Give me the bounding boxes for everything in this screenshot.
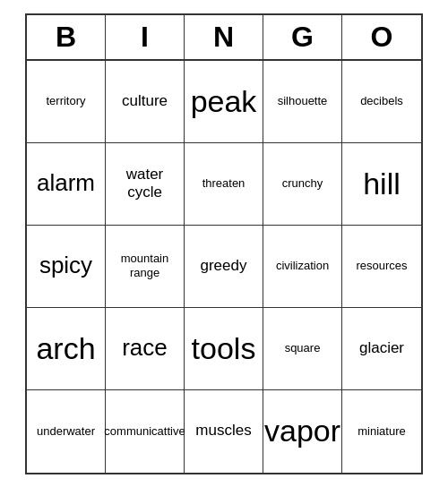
header-letter-N: N <box>185 15 263 59</box>
bingo-cell: crunchy <box>263 143 342 226</box>
cell-text: miniature <box>358 424 405 439</box>
bingo-card: BINGO territoryculturepeaksilhouettedeci… <box>25 13 423 474</box>
bingo-cell: communicattive <box>106 390 185 473</box>
cell-text: territory <box>46 94 85 108</box>
cell-text: vapor <box>264 413 340 449</box>
bingo-cell: culture <box>106 61 185 143</box>
bingo-cell: underwater <box>27 390 106 473</box>
cell-text: muscles <box>195 422 251 440</box>
cell-text: peak <box>191 83 257 120</box>
cell-text: decibels <box>360 94 403 108</box>
bingo-cell: mountain range <box>106 226 185 308</box>
header-letter-I: I <box>106 15 185 59</box>
cell-text: water cycle <box>109 166 180 202</box>
bingo-cell: civilization <box>263 226 342 308</box>
bingo-cell: greedy <box>185 226 263 308</box>
cell-text: race <box>122 334 168 362</box>
cell-text: crunchy <box>282 176 323 191</box>
cell-text: civilization <box>276 259 329 273</box>
bingo-grid: territoryculturepeaksilhouettedecibelsal… <box>27 61 421 473</box>
cell-text: mountain range <box>109 252 180 279</box>
bingo-cell: peak <box>185 61 263 143</box>
cell-text: resources <box>356 259 407 273</box>
cell-text: greedy <box>201 257 247 275</box>
bingo-cell: miniature <box>342 390 421 473</box>
bingo-cell: silhouette <box>263 61 342 143</box>
header-letter-O: O <box>342 15 421 59</box>
bingo-header: BINGO <box>27 15 421 61</box>
cell-text: arch <box>36 330 95 367</box>
cell-text: communicattive <box>104 424 185 439</box>
bingo-cell: resources <box>342 226 421 308</box>
bingo-cell: threaten <box>185 143 263 226</box>
bingo-cell: water cycle <box>106 143 185 226</box>
cell-text: alarm <box>37 169 95 197</box>
bingo-cell: race <box>106 308 185 390</box>
bingo-cell: glacier <box>342 308 421 390</box>
bingo-cell: spicy <box>27 226 106 308</box>
cell-text: silhouette <box>278 94 328 108</box>
cell-text: square <box>285 341 321 355</box>
cell-text: underwater <box>37 424 95 439</box>
cell-text: glacier <box>359 339 404 357</box>
bingo-cell: arch <box>27 308 106 390</box>
header-letter-G: G <box>263 15 342 59</box>
bingo-cell: muscles <box>185 390 263 473</box>
bingo-cell: square <box>263 308 342 390</box>
header-letter-B: B <box>27 15 106 59</box>
bingo-cell: vapor <box>263 390 342 473</box>
cell-text: hill <box>363 166 401 202</box>
cell-text: spicy <box>39 252 92 279</box>
bingo-cell: hill <box>342 143 421 226</box>
cell-text: culture <box>122 92 168 110</box>
bingo-cell: tools <box>185 308 263 390</box>
cell-text: threaten <box>202 176 246 191</box>
bingo-cell: decibels <box>342 61 421 143</box>
bingo-cell: alarm <box>27 143 106 226</box>
bingo-cell: territory <box>27 61 106 143</box>
cell-text: tools <box>192 330 256 367</box>
